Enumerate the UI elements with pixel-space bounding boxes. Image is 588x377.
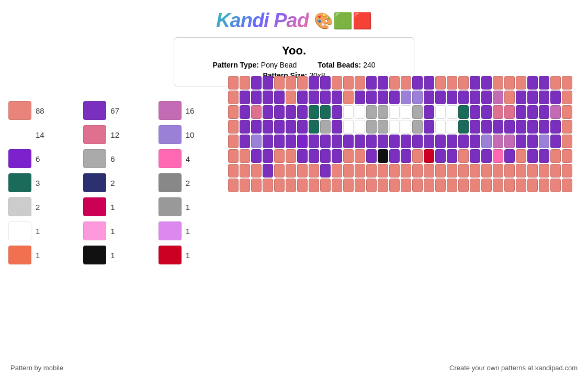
bead xyxy=(343,76,354,90)
bead xyxy=(297,179,308,192)
bead xyxy=(412,179,423,192)
color-swatch xyxy=(8,149,31,168)
palette-item: 1 xyxy=(83,220,153,242)
bead xyxy=(424,105,434,119)
bead xyxy=(527,91,538,104)
pattern-canvas xyxy=(228,76,572,192)
bead xyxy=(274,179,285,192)
bead xyxy=(550,105,561,119)
bead xyxy=(447,120,457,134)
bead xyxy=(458,91,469,104)
bead xyxy=(297,149,308,163)
bead xyxy=(470,76,480,90)
bead xyxy=(263,120,273,134)
color-swatch xyxy=(83,101,106,120)
bead xyxy=(366,120,377,134)
bead xyxy=(527,105,538,119)
color-swatch xyxy=(83,125,106,144)
bead xyxy=(481,149,492,163)
color-count: 1 xyxy=(186,227,190,236)
bead xyxy=(320,120,331,134)
bead xyxy=(228,76,239,90)
bead xyxy=(378,179,388,192)
color-swatch xyxy=(8,173,31,192)
color-swatch xyxy=(83,197,106,216)
bead xyxy=(251,135,262,148)
bead xyxy=(263,76,273,90)
bead xyxy=(389,135,400,148)
bead xyxy=(251,105,262,119)
bead xyxy=(286,164,296,178)
bead xyxy=(435,164,446,178)
bead xyxy=(412,149,423,163)
palette-item: 16 xyxy=(159,99,228,121)
bead xyxy=(378,120,388,134)
bead xyxy=(263,149,273,163)
bead xyxy=(539,179,549,192)
bead xyxy=(424,91,434,104)
color-swatch xyxy=(159,125,182,144)
palette-section: 886716141210664322211111111 xyxy=(8,99,228,266)
bead xyxy=(458,149,469,163)
bead xyxy=(274,120,285,134)
bead xyxy=(286,120,296,134)
bead xyxy=(435,135,446,148)
bead xyxy=(320,105,331,119)
palette-item: 6 xyxy=(8,148,78,170)
color-swatch xyxy=(8,221,31,240)
bead xyxy=(401,105,411,119)
bead xyxy=(504,179,515,192)
bead xyxy=(228,91,239,104)
palette-grid: 886716141210664322211111111 xyxy=(8,99,228,266)
bead xyxy=(424,164,434,178)
bead xyxy=(516,76,526,90)
footer: Pattern by mobile Create your own patter… xyxy=(0,364,588,372)
bead xyxy=(309,164,319,178)
color-swatch xyxy=(83,149,106,168)
color-count: 14 xyxy=(36,130,44,139)
bead xyxy=(504,91,515,104)
bead xyxy=(378,91,388,104)
color-swatch xyxy=(8,246,31,264)
bead xyxy=(378,164,388,178)
bead xyxy=(447,91,457,104)
bead xyxy=(527,179,538,192)
bead xyxy=(470,135,480,148)
color-swatch xyxy=(159,197,182,216)
bead xyxy=(332,149,342,163)
bead xyxy=(481,76,492,90)
bead xyxy=(297,76,308,90)
bead xyxy=(470,91,480,104)
bead xyxy=(447,135,457,148)
color-count: 67 xyxy=(110,106,119,115)
bead xyxy=(562,179,572,192)
bead xyxy=(366,135,377,148)
footer-left: Pattern by mobile xyxy=(10,364,63,372)
bead xyxy=(332,91,342,104)
bead xyxy=(286,91,296,104)
bead xyxy=(263,91,273,104)
bead xyxy=(447,76,457,90)
bead xyxy=(297,120,308,134)
palette-item: 88 xyxy=(8,99,78,121)
bead-grid xyxy=(228,76,572,192)
bead xyxy=(355,91,365,104)
bead xyxy=(378,135,388,148)
bead xyxy=(481,135,492,148)
color-swatch xyxy=(159,221,182,240)
color-count: 2 xyxy=(110,179,115,187)
bead xyxy=(516,91,526,104)
bead xyxy=(481,179,492,192)
bead xyxy=(240,179,250,192)
bead xyxy=(470,105,480,119)
bead xyxy=(343,149,354,163)
bead xyxy=(527,76,538,90)
bead xyxy=(527,120,538,134)
bead xyxy=(309,149,319,163)
palette-item: 1 xyxy=(159,196,228,218)
bead xyxy=(309,135,319,148)
bead xyxy=(458,135,469,148)
pattern-title: Yoo. xyxy=(185,44,403,58)
bead xyxy=(389,105,400,119)
bead xyxy=(228,120,239,134)
